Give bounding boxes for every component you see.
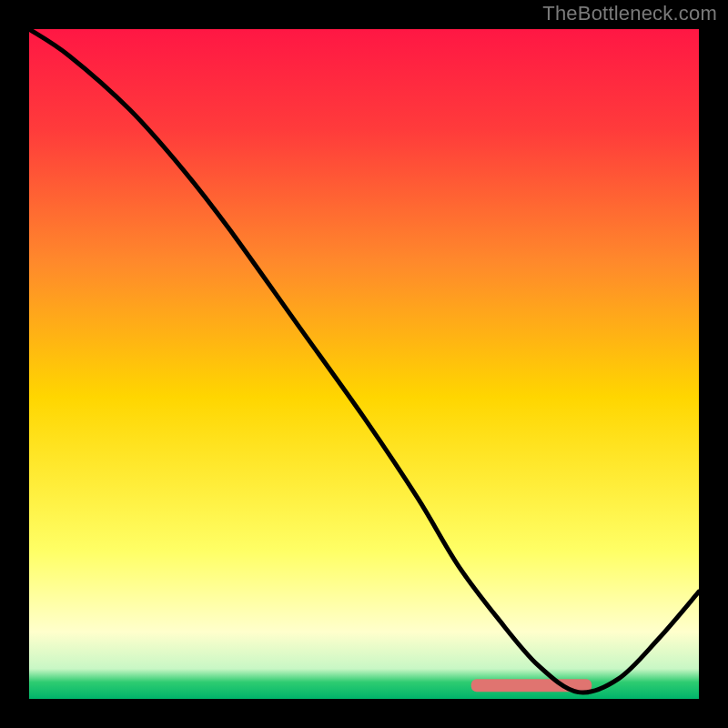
bottleneck-chart [29,29,699,699]
chart-background [29,29,699,699]
watermark-label: TheBottleneck.com [542,2,717,25]
chart-frame: TheBottleneck.com [0,0,728,728]
